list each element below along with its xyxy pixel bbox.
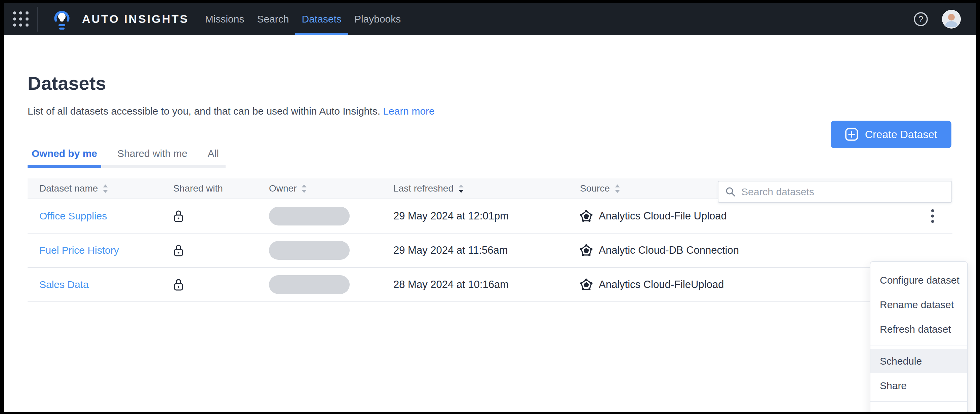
nav-item-search[interactable]: Search [256,3,290,35]
app-window: AUTO INSIGHTS Missions Search Datasets P… [0,0,980,414]
page-subtitle: List of all datasets accessible to you, … [27,106,953,117]
menu-item-share[interactable]: Share [870,373,967,398]
shared-with-cell [161,244,257,257]
main-nav: Missions Search Datasets Playbooks [204,3,402,35]
lock-icon [173,209,184,223]
source-label: Analytics Cloud-FileUpload [599,279,724,291]
analytics-cloud-icon [580,210,593,222]
brand-title: AUTO INSIGHTS [82,13,189,25]
menu-item-configure-dataset[interactable]: Configure dataset [870,268,967,292]
search-icon [725,187,736,197]
tab-shared-with-me[interactable]: Shared with me [117,148,188,165]
sort-desc-icon [458,184,464,193]
last-refreshed-cell: 29 May 2024 at 12:01pm [382,210,568,222]
lightbulb-logo-icon [51,7,73,31]
lock-icon [173,244,184,257]
user-avatar[interactable] [942,10,961,29]
table-row: Office Supplies 29 May 2024 at 12:01pm [27,199,953,233]
learn-more-link[interactable]: Learn more [383,106,434,117]
nav-item-datasets[interactable]: Datasets [301,3,342,35]
nav-item-playbooks[interactable]: Playbooks [354,3,401,35]
column-header-dataset-name[interactable]: Dataset name [27,183,161,194]
page-subtitle-text: List of all datasets accessible to you, … [27,106,380,117]
lock-icon [173,278,184,291]
table-row: Fuel Price History 29 May 2024 at 11:56a… [27,233,953,268]
menu-item-schedule[interactable]: Schedule [870,349,967,373]
search-datasets-input[interactable] [741,186,945,198]
source-cell: Analytics Cloud-FileUpload [568,278,919,291]
page-content: Datasets List of all datasets accessible… [4,35,976,412]
last-refreshed-cell: 28 May 2024 at 10:16am [382,279,568,291]
help-icon[interactable]: ? [913,11,929,27]
menu-item-rename-dataset[interactable]: Rename dataset [870,292,967,317]
sort-icon [614,184,620,193]
owner-redacted-pill [269,275,350,294]
shared-with-cell [161,278,257,291]
owner-redacted-pill [269,241,350,260]
column-header-shared-with: Shared with [161,183,257,194]
menu-item-delete-dataset[interactable]: Delete dataset [870,405,967,412]
column-header-last-refreshed[interactable]: Last refreshed [382,183,568,194]
dataset-name-link[interactable]: Fuel Price History [39,245,119,256]
last-refreshed-cell: 29 May 2024 at 11:56am [382,244,568,256]
tab-owned-by-me[interactable]: Owned by me [31,148,98,165]
column-header-owner[interactable]: Owner [257,183,382,194]
source-label: Analytics Cloud-File Upload [599,210,727,222]
dataset-name-link[interactable]: Sales Data [39,279,89,290]
top-navbar: AUTO INSIGHTS Missions Search Datasets P… [4,3,976,35]
source-label: Analytic Cloud-DB Connection [599,244,739,256]
source-cell: Analytics Cloud-File Upload [568,210,919,222]
analytics-cloud-icon [580,278,593,291]
dataset-tabs: Owned by me Shared with me All [31,148,226,168]
tab-all[interactable]: All [207,148,219,165]
nav-item-missions[interactable]: Missions [204,3,245,35]
app-grid-icon[interactable] [13,11,29,27]
svg-text:?: ? [918,14,923,24]
shared-with-cell [161,209,257,223]
page-title: Datasets [27,72,953,94]
sort-icon [301,184,307,193]
search-datasets-box [718,181,952,203]
analytics-cloud-icon [580,244,593,257]
source-cell: Analytic Cloud-DB Connection [568,244,919,257]
create-dataset-label: Create Dataset [865,128,937,141]
navbar-divider [37,7,38,32]
table-row: Sales Data 28 May 2024 at 10:16am [27,268,953,302]
plus-square-icon [845,128,858,141]
owner-redacted-pill [269,207,350,225]
sort-icon [103,184,108,193]
row-actions-menu: Configure dataset Rename dataset Refresh… [870,261,968,412]
create-dataset-button[interactable]: Create Dataset [831,121,951,148]
dataset-name-link[interactable]: Office Supplies [39,210,107,222]
row-actions-kebab-icon[interactable] [924,207,942,225]
menu-item-refresh-dataset[interactable]: Refresh dataset [870,317,967,341]
